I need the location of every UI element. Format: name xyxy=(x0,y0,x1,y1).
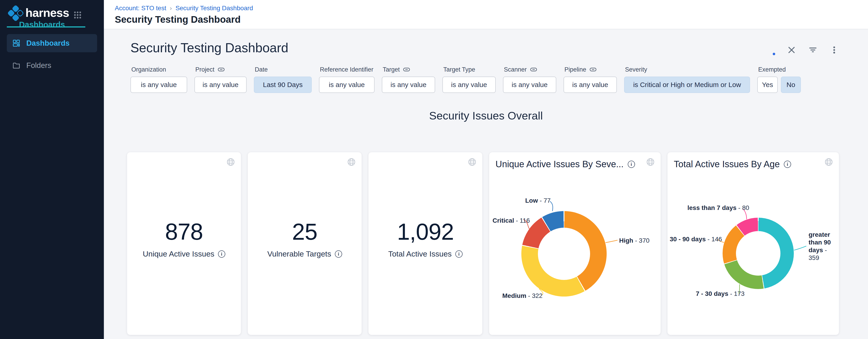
filter-chip-reference-identifier[interactable]: is any value xyxy=(319,77,375,93)
dashboard-content: Security Testing Dashboard Organization … xyxy=(104,29,868,339)
filter-chip-pipeline[interactable]: is any value xyxy=(563,77,617,93)
info-icon[interactable] xyxy=(628,161,635,168)
chart-card-issues-by-age: Total Active Issues By Age less than 7 d… xyxy=(668,152,839,335)
stat-label: Vulnerable Targets xyxy=(248,250,362,258)
chart-title-text: Unique Active Issues By Seve... xyxy=(495,159,624,169)
filter-label: Target xyxy=(383,66,400,73)
stat-label: Total Active Issues xyxy=(368,250,482,258)
dashboard-panel-title: Security Testing Dashboard xyxy=(130,40,288,55)
app-grid-menu-icon[interactable] xyxy=(73,10,82,20)
filter-project: Project is any value xyxy=(194,66,247,93)
sidebar-nav: Dashboards Folders xyxy=(0,34,104,79)
stat-card-vulnerable-targets: 25 Vulnerable Targets xyxy=(248,152,362,335)
filter-chip-project[interactable]: is any value xyxy=(194,77,247,93)
stat-value: 25 xyxy=(248,219,362,245)
filter-label: Severity xyxy=(625,66,647,73)
info-icon[interactable] xyxy=(784,161,791,168)
filter-pipeline: Pipeline is any value xyxy=(563,66,617,93)
kebab-menu-icon[interactable] xyxy=(830,45,839,55)
donut-label-critical: Critical116 xyxy=(493,217,530,225)
filter-label: Pipeline xyxy=(564,66,586,73)
donut-label-7-30-days: 7 - 30 days173 xyxy=(696,290,745,298)
globe-icon[interactable] xyxy=(347,158,356,166)
donut-label-greater-than-90-days: greater than 90 days359 xyxy=(809,231,831,262)
sidebar: harness Dashboards Dashboards xyxy=(0,0,104,339)
filter-icon[interactable] xyxy=(808,45,818,55)
sidebar-item-dashboards[interactable]: Dashboards xyxy=(7,34,97,52)
info-icon[interactable] xyxy=(455,250,463,258)
severity-donut-chart[interactable] xyxy=(521,211,607,296)
donut-label-low: Low77 xyxy=(525,197,551,204)
filter-chip-exempted-no[interactable]: No xyxy=(781,77,801,93)
filter-chip-exempted-yes[interactable]: Yes xyxy=(757,77,778,93)
filter-label: Organization xyxy=(131,66,166,73)
chart-title-text: Total Active Issues By Age xyxy=(674,159,780,169)
link-icon xyxy=(218,67,225,72)
dashboard-grid-icon xyxy=(12,39,21,47)
filter-exempted: Exempted Yes No xyxy=(757,66,801,93)
sidebar-item-label: Dashboards xyxy=(26,39,70,48)
link-icon xyxy=(530,67,537,72)
filter-organization: Organization is any value xyxy=(130,66,187,93)
brand-underline xyxy=(7,26,85,28)
folder-icon xyxy=(12,61,21,69)
globe-icon[interactable] xyxy=(468,158,476,166)
filter-label: Project xyxy=(195,66,214,73)
link-icon xyxy=(589,67,597,72)
filter-target: Target is any value xyxy=(382,66,435,93)
cursor-dot xyxy=(773,53,775,55)
filter-chip-severity[interactable]: is Critical or High or Medium or Low xyxy=(624,77,750,93)
globe-icon[interactable] xyxy=(646,158,655,166)
stat-value: 878 xyxy=(127,219,241,245)
info-icon[interactable] xyxy=(218,250,225,258)
brand-name: harness xyxy=(25,6,69,20)
stat-card-unique-active-issues: 878 Unique Active Issues xyxy=(127,152,241,335)
breadcrumb-separator: › xyxy=(170,5,172,12)
donut-label-high: High370 xyxy=(619,237,650,245)
filter-date: Date Last 90 Days xyxy=(254,66,312,93)
stat-card-total-active-issues: 1,092 Total Active Issues xyxy=(368,152,482,335)
section-title: Security Issues Overall xyxy=(104,109,868,122)
breadcrumb: Account: STO test › Security Testing Das… xyxy=(115,4,253,12)
globe-icon[interactable] xyxy=(226,158,235,166)
top-header: Account: STO test › Security Testing Das… xyxy=(104,0,868,29)
panel-actions xyxy=(787,45,839,55)
chart-card-issues-by-severity: Unique Active Issues By Seve... Low77 Cr… xyxy=(489,152,661,335)
filter-chip-organization[interactable]: is any value xyxy=(130,77,187,93)
filter-bar: Organization is any value Project is any… xyxy=(130,66,801,93)
stat-value: 1,092 xyxy=(368,219,482,245)
filter-label: Date xyxy=(255,66,268,73)
age-donut-chart[interactable] xyxy=(722,218,794,289)
chart-title: Total Active Issues By Age xyxy=(674,159,791,169)
chart-title: Unique Active Issues By Seve... xyxy=(495,159,635,169)
filter-chip-target-type[interactable]: is any value xyxy=(442,77,496,93)
harness-logo-icon[interactable] xyxy=(7,5,24,21)
donut-label-30-90-days: 30 - 90 days146 xyxy=(670,235,722,243)
sidebar-item-label: Folders xyxy=(26,61,51,70)
donut-label-medium: Medium322 xyxy=(502,292,542,300)
filter-reference-identifier: Reference Identifier is any value xyxy=(319,66,375,93)
globe-icon[interactable] xyxy=(825,158,833,166)
stat-label-text: Total Active Issues xyxy=(388,250,452,258)
sidebar-item-folders[interactable]: Folders xyxy=(7,56,97,75)
filter-label: Reference Identifier xyxy=(320,66,373,73)
donut-label-less-than-7-days: less than 7 days80 xyxy=(687,204,749,212)
filter-chip-target[interactable]: is any value xyxy=(382,77,435,93)
filter-severity: Severity is Critical or High or Medium o… xyxy=(624,66,750,93)
stat-label-text: Vulnerable Targets xyxy=(267,250,331,258)
filter-scanner: Scanner is any value xyxy=(503,66,556,93)
close-icon[interactable] xyxy=(787,45,796,55)
page-title: Security Testing Dashboard xyxy=(115,14,241,25)
info-icon[interactable] xyxy=(335,250,342,258)
filter-chip-scanner[interactable]: is any value xyxy=(503,77,556,93)
filter-target-type: Target Type is any value xyxy=(442,66,496,93)
filter-chip-date[interactable]: Last 90 Days xyxy=(254,77,312,93)
filter-label: Exempted xyxy=(758,66,786,73)
filter-label: Scanner xyxy=(504,66,527,73)
breadcrumb-account-link[interactable]: Account: STO test xyxy=(115,4,166,12)
stat-label: Unique Active Issues xyxy=(127,250,241,258)
stat-label-text: Unique Active Issues xyxy=(143,250,214,258)
breadcrumb-current-link[interactable]: Security Testing Dashboard xyxy=(175,4,253,12)
link-icon xyxy=(403,67,410,72)
filter-label: Target Type xyxy=(443,66,475,73)
